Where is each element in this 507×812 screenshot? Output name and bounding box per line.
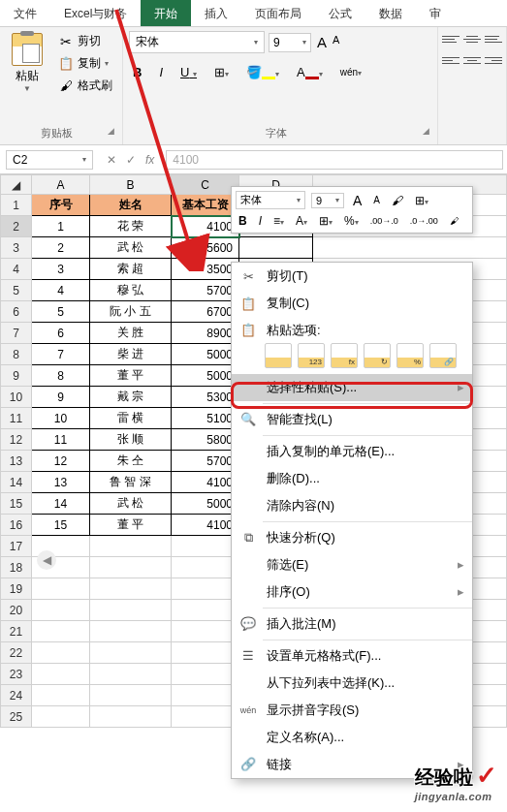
cell[interactable]: 8: [32, 365, 90, 387]
mini-btn-4[interactable]: ⊞▾: [316, 213, 335, 229]
dialog-launcher-icon[interactable]: ◢: [108, 126, 114, 136]
paste-opt-link[interactable]: [429, 343, 457, 368]
cell[interactable]: 董 平: [90, 365, 172, 387]
ctx-format-cells[interactable]: ☰设置单元格格式(F)...: [232, 642, 472, 670]
row-header-20[interactable]: 20: [1, 600, 32, 621]
border-button[interactable]: ⊞▾: [210, 63, 233, 81]
tab-7[interactable]: 审: [416, 0, 455, 26]
col-header-C[interactable]: C: [172, 175, 239, 195]
font-color-button[interactable]: A▾: [293, 63, 327, 81]
align-left-button[interactable]: [442, 52, 459, 68]
italic-button[interactable]: I: [155, 63, 167, 81]
cell[interactable]: 5: [32, 301, 90, 323]
row-header-22[interactable]: 22: [1, 642, 32, 664]
col-header-B[interactable]: B: [90, 175, 172, 195]
paste-opt-formatting[interactable]: [396, 343, 424, 368]
cell[interactable]: 鲁 智 深: [90, 472, 172, 493]
ctx-quick-analysis[interactable]: ⧉快速分析(Q): [232, 524, 472, 551]
mini-extra-0[interactable]: .00→.0: [367, 215, 401, 227]
cell[interactable]: 5700: [172, 280, 239, 301]
ctx-filter[interactable]: 筛选(E)▸: [232, 551, 472, 578]
cell[interactable]: 穆 弘: [90, 280, 172, 301]
row-header-18[interactable]: 18: [1, 557, 32, 578]
row-header-9[interactable]: 9: [1, 365, 32, 387]
bold-button[interactable]: B: [129, 63, 145, 81]
row-header-11[interactable]: 11: [1, 408, 32, 429]
copy-button[interactable]: 复制 ▾: [54, 53, 116, 74]
formula-input[interactable]: 4100: [166, 150, 503, 170]
cell[interactable]: 7: [32, 344, 90, 365]
align-right-button[interactable]: [485, 52, 502, 68]
ctx-sort[interactable]: 排序(O)▸: [232, 578, 472, 606]
paste-opt-values[interactable]: [298, 343, 325, 368]
align-top-button[interactable]: [442, 31, 459, 47]
row-header-21[interactable]: 21: [1, 621, 32, 642]
header-cell[interactable]: 基本工资: [172, 195, 239, 216]
cell[interactable]: 董 平: [90, 515, 172, 536]
ctx-paste-special[interactable]: 选择性粘贴(S)...▸: [232, 374, 472, 401]
cell[interactable]: 5300: [172, 387, 239, 408]
cell[interactable]: 5700: [172, 451, 239, 472]
tab-1[interactable]: Excel与财务: [50, 0, 141, 26]
confirm-edit-button[interactable]: ✓: [126, 153, 136, 167]
ctx-smart-lookup[interactable]: 🔍智能查找(L): [232, 406, 472, 433]
decrease-font-button[interactable]: A: [331, 32, 341, 52]
mini-btn-3[interactable]: A▾: [293, 213, 310, 229]
paste-opt-transpose[interactable]: [364, 343, 391, 368]
row-header-1[interactable]: 1: [1, 195, 32, 216]
cell[interactable]: 15: [32, 515, 90, 536]
cell[interactable]: 5600: [172, 237, 239, 259]
cell[interactable]: 5100: [172, 408, 239, 429]
row-header-5[interactable]: 5: [1, 280, 32, 301]
row-header-17[interactable]: 17: [1, 536, 32, 557]
row-header-24[interactable]: 24: [1, 685, 32, 706]
mini-btn-2[interactable]: ≡▾: [270, 213, 287, 229]
cell[interactable]: 8900: [172, 323, 239, 344]
cell[interactable]: 4100: [172, 216, 239, 237]
mini-size-select[interactable]: 9▾: [311, 193, 344, 208]
cell[interactable]: 14: [32, 493, 90, 515]
cell[interactable]: 朱 仝: [90, 451, 172, 472]
cell[interactable]: 雷 横: [90, 408, 172, 429]
font-size-select[interactable]: 9▾: [269, 33, 311, 52]
cell[interactable]: 11: [32, 429, 90, 451]
cell[interactable]: 武 松: [90, 493, 172, 515]
cell[interactable]: 索 超: [90, 259, 172, 280]
row-header-13[interactable]: 13: [1, 451, 32, 472]
cell[interactable]: 1: [32, 216, 90, 237]
cell[interactable]: 5000: [172, 493, 239, 515]
cell[interactable]: 柴 进: [90, 344, 172, 365]
mini-btn-5[interactable]: %▾: [341, 213, 362, 229]
row-header-8[interactable]: 8: [1, 344, 32, 365]
row-header-15[interactable]: 15: [1, 493, 32, 515]
cell[interactable]: 5800: [172, 429, 239, 451]
row-header-3[interactable]: 3: [1, 237, 32, 259]
cell[interactable]: 5000: [172, 365, 239, 387]
name-box[interactable]: C2▾: [6, 150, 93, 170]
cancel-edit-button[interactable]: ✕: [107, 153, 116, 167]
font-name-select[interactable]: 宋体▾: [129, 31, 265, 53]
cell[interactable]: 13: [32, 472, 90, 493]
row-header-16[interactable]: 16: [1, 515, 32, 536]
row-header-12[interactable]: 12: [1, 429, 32, 451]
mini-font-select[interactable]: 宋体▾: [236, 191, 305, 209]
col-header-A[interactable]: A: [32, 175, 90, 195]
row-header-10[interactable]: 10: [1, 387, 32, 408]
mini-merge[interactable]: ⊞▾: [412, 193, 431, 208]
row-header-2[interactable]: 2: [1, 216, 32, 237]
format-painter-button[interactable]: 格式刷: [54, 76, 116, 96]
paste-button[interactable]: 粘贴 ▼: [6, 31, 48, 96]
cell[interactable]: 4100: [172, 472, 239, 493]
cell[interactable]: 9: [32, 387, 90, 408]
cell[interactable]: 12: [32, 451, 90, 472]
cell[interactable]: 6700: [172, 301, 239, 323]
cell[interactable]: 武 松: [90, 237, 172, 259]
ctx-pick-from-list[interactable]: 从下拉列表中选择(K)...: [232, 670, 472, 697]
tab-4[interactable]: 页面布局: [241, 0, 315, 26]
align-bottom-button[interactable]: [485, 31, 502, 47]
phonetic-button[interactable]: wén▾: [336, 65, 365, 79]
cell[interactable]: [239, 237, 313, 259]
cell[interactable]: 阮 小 五: [90, 301, 172, 323]
mini-btn-1[interactable]: I: [256, 213, 265, 229]
cell[interactable]: 3500: [172, 259, 239, 280]
